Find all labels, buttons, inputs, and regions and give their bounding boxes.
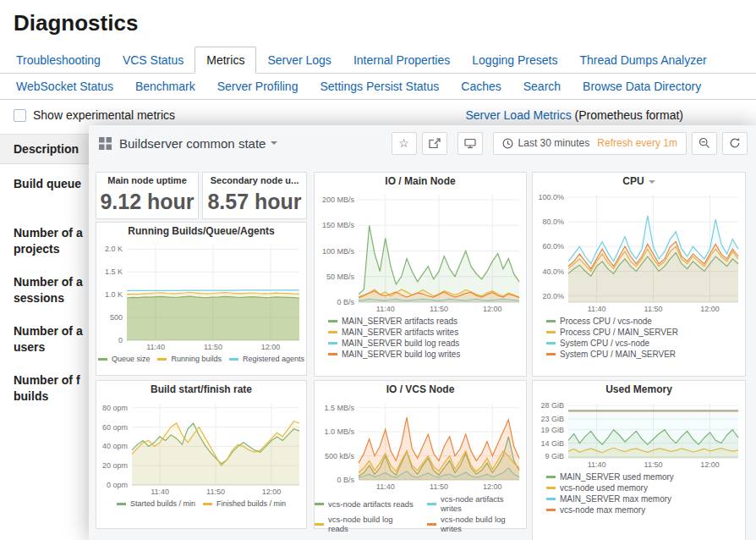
legend-item[interactable]: vcs-node used memory xyxy=(546,483,745,493)
panel-main-node-uptime[interactable]: Main node uptime 9.12 hour xyxy=(96,172,199,219)
tab-websocket-status[interactable]: WebSocket Status xyxy=(5,74,124,99)
refresh-dashboard-button[interactable] xyxy=(722,132,748,155)
running-builds-chart[interactable]: 11:4011:5012:0005001.0 K1.5 K2.0 K xyxy=(96,240,306,353)
panel-build-start-finish-rate[interactable]: Build start/finish rate 11:4011:5012:000… xyxy=(96,380,307,529)
tab-settings-persist-status[interactable]: Settings Persist Status xyxy=(309,74,450,99)
used-memory-chart[interactable]: 11:4011:5012:009 GiB14 GiB19 GiB23 GiB28… xyxy=(533,398,745,471)
tabs-row-2: WebSocket Status Benchmark Server Profil… xyxy=(0,74,756,100)
panel-io-vcs-node[interactable]: IO / VCS Node 11:4011:5012:000 B/s500 kB… xyxy=(314,380,527,529)
tab-logging-presets[interactable]: Logging Presets xyxy=(461,47,568,73)
svg-text:11:50: 11:50 xyxy=(204,343,222,351)
svg-text:0: 0 xyxy=(118,336,123,344)
legend-item[interactable]: Process CPU / vcs-node xyxy=(546,317,745,326)
panel-title[interactable]: IO / VCS Node xyxy=(315,381,526,398)
legend-item[interactable]: vcs-node build log reads xyxy=(315,515,414,533)
panel-title[interactable]: Secondary node u... xyxy=(203,173,306,188)
svg-text:9 GiB: 9 GiB xyxy=(545,452,564,460)
server-load-metrics-row: Server Load Metrics (Prometheus format) xyxy=(465,108,683,122)
svg-text:0 B/s: 0 B/s xyxy=(337,476,354,484)
refresh-icon xyxy=(729,137,741,149)
legend-swatch-icon xyxy=(546,498,556,500)
panel-used-memory[interactable]: Used Memory 11:4011:5012:009 GiB14 GiB19… xyxy=(532,380,746,540)
panel-title[interactable]: CPU xyxy=(533,173,745,190)
legend-item[interactable]: Finished builds / min xyxy=(203,499,286,508)
io-main-node-chart[interactable]: 11:4011:5012:000 B/s50 MB/s100 MB/s150 M… xyxy=(315,190,526,315)
stat-value: 9.12 hour xyxy=(96,188,198,215)
zoom-out-button[interactable] xyxy=(692,132,717,155)
panel-menu-caret-icon[interactable] xyxy=(649,180,655,184)
tab-thread-dumps-analyzer[interactable]: Thread Dumps Analyzer xyxy=(568,47,717,73)
panel-running-builds-queue-agents[interactable]: Running Builds/Queue/Agents 11:4011:5012… xyxy=(96,222,307,376)
svg-text:12:00: 12:00 xyxy=(483,482,502,491)
tab-server-profiling[interactable]: Server Profiling xyxy=(206,74,310,99)
legend-item[interactable]: MAIN_SERVER artifacts reads xyxy=(328,317,526,326)
legend-item[interactable]: vcs-node artifacts reads xyxy=(315,494,414,513)
legend-item[interactable]: System CPU / MAIN_SERVER xyxy=(546,350,745,359)
legend-item[interactable]: MAIN_SERVER max memory xyxy=(546,494,745,504)
legend-item[interactable]: vcs-node artifacts writes xyxy=(427,494,526,513)
clock-icon xyxy=(502,138,513,149)
svg-text:50 MB/s: 50 MB/s xyxy=(326,273,355,281)
legend-item[interactable]: Running builds xyxy=(157,355,222,363)
panel-title[interactable]: Main node uptime xyxy=(96,173,198,188)
tab-search[interactable]: Search xyxy=(512,74,572,99)
legend-item[interactable]: MAIN_SERVER artifacts writes xyxy=(328,328,526,337)
svg-text:11:40: 11:40 xyxy=(376,305,395,313)
legend-swatch-icon xyxy=(328,342,337,344)
io-vcs-node-chart[interactable]: 11:4011:5012:000 B/s500 kB/s1.0 MB/s1.5 … xyxy=(315,398,526,493)
tab-benchmark[interactable]: Benchmark xyxy=(124,74,206,99)
tab-caches[interactable]: Caches xyxy=(450,74,512,99)
grafana-dashboard-overlay: Buildserver common state ☆ Last 30 minut… xyxy=(89,125,756,540)
dashboard-title[interactable]: Buildserver common state xyxy=(119,136,266,151)
tab-browse-data-directory[interactable]: Browse Data Directory xyxy=(572,74,712,99)
panel-title[interactable]: Used Memory xyxy=(533,381,745,398)
legend-item[interactable]: MAIN_SERVER used memory xyxy=(546,472,745,482)
panel-cpu[interactable]: CPU 11:4011:5012:0020.0%40.0%60.0%80.0%1… xyxy=(532,172,746,377)
svg-text:11:40: 11:40 xyxy=(146,343,165,351)
server-load-metrics-link[interactable]: Server Load Metrics xyxy=(465,108,571,122)
svg-text:11:50: 11:50 xyxy=(644,305,663,313)
legend-item[interactable]: MAIN_SERVER build log reads xyxy=(328,339,526,348)
panel-title-label: CPU xyxy=(622,175,644,187)
svg-text:40 opm: 40 opm xyxy=(102,442,128,450)
legend-swatch-icon xyxy=(427,503,436,505)
legend-item[interactable]: vcs-node build log writes xyxy=(427,515,526,533)
tab-internal-properties[interactable]: Internal Properties xyxy=(342,47,461,73)
panel-title[interactable]: Build start/finish rate xyxy=(96,381,306,398)
panel-title[interactable]: Running Builds/Queue/Agents xyxy=(96,223,306,240)
tab-troubleshooting[interactable]: Troubleshooting xyxy=(5,47,112,73)
legend-swatch-icon xyxy=(315,503,324,505)
tv-mode-button[interactable] xyxy=(457,132,483,155)
experimental-metrics-checkbox[interactable] xyxy=(14,109,26,122)
svg-text:60.0%: 60.0% xyxy=(542,242,564,251)
legend-item[interactable]: MAIN_SERVER build log writes xyxy=(328,350,526,359)
svg-text:150 MB/s: 150 MB/s xyxy=(322,221,355,229)
legend-item[interactable]: vcs-node max memory xyxy=(546,505,745,515)
legend-item[interactable]: Started builds / min xyxy=(117,499,195,508)
experimental-metrics-toggle[interactable]: Show experimental metrics xyxy=(14,108,175,122)
experimental-metrics-label: Show experimental metrics xyxy=(33,108,175,122)
share-dashboard-button[interactable] xyxy=(422,132,447,155)
svg-text:60 opm: 60 opm xyxy=(102,423,128,432)
cpu-chart[interactable]: 11:4011:5012:0020.0%40.0%60.0%80.0%100.0… xyxy=(533,190,745,315)
apps-grid-icon[interactable] xyxy=(99,137,112,150)
svg-text:14 GiB: 14 GiB xyxy=(540,439,564,448)
legend-item[interactable]: Process CPU / MAIN_SERVER xyxy=(546,328,745,337)
chevron-down-icon[interactable] xyxy=(271,141,277,145)
legend-swatch-icon xyxy=(328,353,337,355)
tab-server-logs[interactable]: Server Logs xyxy=(256,47,342,73)
legend-item[interactable]: Registered agents xyxy=(229,355,304,363)
legend-item[interactable]: Queue size xyxy=(98,355,151,363)
build-rate-chart[interactable]: 11:4011:5012:000 opm20 opm40 opm60 opm80… xyxy=(96,398,306,498)
tab-vcs-status[interactable]: VCS Status xyxy=(112,47,194,73)
panel-title[interactable]: IO / Main Node xyxy=(315,173,526,190)
panel-secondary-node-uptime[interactable]: Secondary node u... 8.57 hour xyxy=(202,172,307,219)
svg-text:80 opm: 80 opm xyxy=(102,404,128,412)
time-range-picker[interactable]: Last 30 minutes Refresh every 1m xyxy=(493,132,687,155)
tab-metrics[interactable]: Metrics xyxy=(194,47,256,74)
star-dashboard-button[interactable]: ☆ xyxy=(392,132,417,155)
legend-item[interactable]: System CPU / vcs-node xyxy=(546,339,745,348)
dashboard-title-group[interactable]: Buildserver common state xyxy=(99,136,277,151)
legend-swatch-icon xyxy=(546,509,556,511)
panel-io-main-node[interactable]: IO / Main Node 11:4011:5012:000 B/s50 MB… xyxy=(314,172,527,377)
